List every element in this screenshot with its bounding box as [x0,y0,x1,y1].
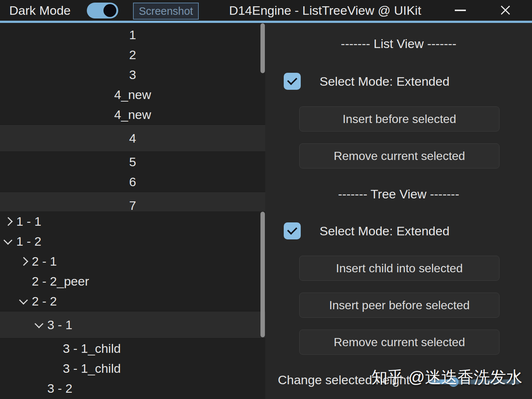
insert-child-into-selected-button[interactable]: Insert child into selected [299,256,499,281]
change-selected-height-label: Change selected height [278,372,410,388]
list-item-label: 7 [129,198,136,212]
tree-item-label: 2 - 2_peer [32,274,89,289]
tree-scrollbar-thumb[interactable] [260,212,265,337]
dark-mode-toggle[interactable] [87,3,118,18]
list-scrollbar-thumb[interactable] [260,23,265,73]
list-item-label: 4_new [114,108,151,122]
tree-item[interactable]: 1 - 2 [0,231,265,251]
tree-item-label: 1 - 2 [16,234,41,249]
list-view-section-header: ------- List View ------- [265,36,532,51]
list-select-mode-checkbox[interactable] [284,73,301,90]
tree-item[interactable]: 3 - 2 [0,378,265,398]
list-item-label: 4_new [114,88,151,102]
control-panel: ------- List View ------- Select Mode: E… [265,23,532,399]
insert-before-selected-button[interactable]: Insert before selected [299,106,499,132]
title-bar: Dark Mode Screenshot D14Engine - ListTre… [0,0,532,21]
dark-mode-label: Dark Mode [9,0,71,21]
tree-view-section-header: ------- Tree View ------- [265,187,532,201]
window-title: D14Engine - ListTreeView @ UIKit [207,0,443,21]
tree-item-label: 1 - 1 [16,214,41,229]
list-item[interactable]: 6 [0,172,265,192]
check-icon [287,75,297,85]
chevron-right-icon[interactable] [20,258,32,265]
list-item-label: 5 [129,155,136,169]
insert-peer-before-selected-button[interactable]: Insert peer before selected [299,293,499,318]
list-item[interactable]: 4_new [0,85,265,105]
tree-item[interactable]: 1 - 1 [0,211,265,231]
check-icon [287,225,297,235]
tree-item-label: 3 - 2 [47,381,72,396]
close-icon [499,4,511,16]
list-item-label: 3 [129,68,136,82]
tree-item-selected[interactable]: 3 - 1 [0,311,265,338]
tree-item-label: 2 - 2 [32,294,57,308]
screenshot-button-label: Screenshot [139,5,193,17]
tree-item[interactable]: 2 - 1 [0,251,265,271]
list-item-label: 2 [129,48,136,62]
chevron-down-icon[interactable] [5,239,16,243]
list-item-selected[interactable]: 4 [0,125,265,152]
list-item-selected[interactable]: 7 [0,192,265,211]
tree-item-label: 3 - 1 [47,318,72,332]
tree-item[interactable]: 3 - 1_child [0,358,265,378]
list-item[interactable]: 4_new [0,105,265,125]
tree-item-label: 2 - 1 [32,254,57,269]
tree-item-label: 3 - 1_child [63,341,121,356]
tree-item-label: 3 - 1_child [63,361,121,376]
chevron-down-icon[interactable] [20,299,32,303]
list-item[interactable]: 1 [0,25,265,45]
minimize-button[interactable] [446,0,474,21]
tree-item[interactable]: 2 - 2 [0,291,265,311]
toggle-knob [103,4,116,17]
chevron-right-icon[interactable] [5,218,16,225]
chevron-down-icon[interactable] [36,323,47,327]
list-item-label: 6 [129,175,136,189]
list-item[interactable]: 2 [0,45,265,65]
tree-select-mode-label: Select Mode: Extended [320,222,450,239]
tree-select-mode-checkbox[interactable] [284,222,301,239]
tree-view: 1 - 1 1 - 2 2 - 1 2 - 2_peer 2 - 2 3 - 1 [0,211,265,399]
app-window: Dark Mode Screenshot D14Engine - ListTre… [0,0,532,399]
list-select-mode-label: Select Mode: Extended [320,73,450,90]
list-item[interactable]: 3 [0,65,265,85]
tree-remove-current-selected-button[interactable]: Remove current selected [299,330,499,355]
tree-item[interactable]: 3 - 1_child [0,338,265,358]
left-column: 1 2 3 4_new 4_new 4 5 6 7 1 - 1 1 - 2 2 … [0,23,265,399]
list-item-label: 1 [129,28,136,42]
minimize-icon [455,10,466,11]
list-remove-current-selected-button[interactable]: Remove current selected [299,143,499,168]
screenshot-button[interactable]: Screenshot [133,3,199,20]
list-view: 1 2 3 4_new 4_new 4 5 6 7 [0,23,265,211]
list-item[interactable]: 5 [0,152,265,172]
height-slider-thumb[interactable] [449,377,458,387]
tree-item[interactable]: 2 - 2_peer [0,271,265,291]
close-button[interactable] [491,0,519,21]
list-item-label: 4 [129,131,136,146]
